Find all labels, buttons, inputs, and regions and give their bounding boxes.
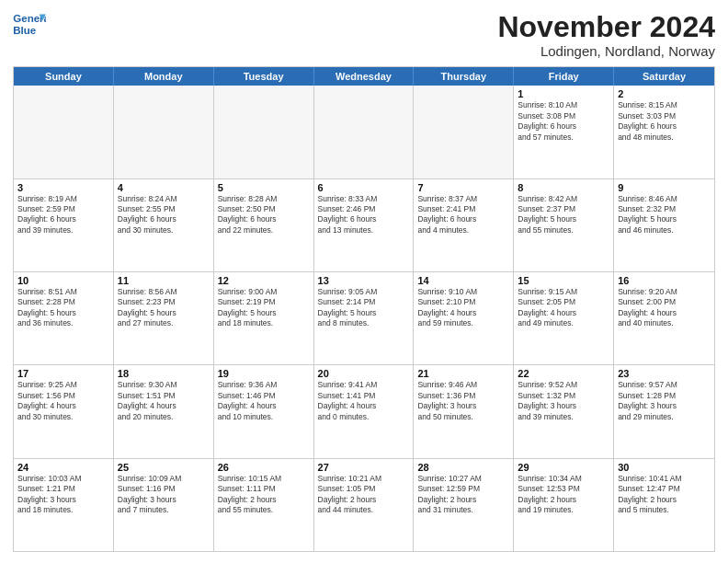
day-number: 18 xyxy=(118,368,210,379)
day-number: 1 xyxy=(518,88,609,99)
day-info: Sunrise: 8:51 AM Sunset: 2:28 PM Dayligh… xyxy=(17,287,109,329)
day-number: 28 xyxy=(417,462,509,473)
day-cell-2: 2Sunrise: 8:15 AM Sunset: 3:03 PM Daylig… xyxy=(614,86,714,178)
day-info: Sunrise: 10:09 AM Sunset: 1:16 PM Daylig… xyxy=(118,474,210,516)
day-number: 24 xyxy=(17,462,109,473)
header-day-tuesday: Tuesday xyxy=(214,67,314,86)
day-cell-17: 17Sunrise: 9:25 AM Sunset: 1:56 PM Dayli… xyxy=(14,365,114,457)
day-number: 23 xyxy=(618,368,711,379)
day-number: 22 xyxy=(518,368,609,379)
day-cell-12: 12Sunrise: 9:00 AM Sunset: 2:19 PM Dayli… xyxy=(214,272,314,364)
day-info: Sunrise: 10:34 AM Sunset: 12:53 PM Dayli… xyxy=(518,474,609,516)
day-cell-18: 18Sunrise: 9:30 AM Sunset: 1:51 PM Dayli… xyxy=(114,365,214,457)
day-info: Sunrise: 10:21 AM Sunset: 1:05 PM Daylig… xyxy=(318,474,410,516)
day-number: 10 xyxy=(17,275,109,286)
empty-cell-0-0 xyxy=(14,86,114,178)
day-cell-26: 26Sunrise: 10:15 AM Sunset: 1:11 PM Dayl… xyxy=(214,459,314,551)
day-info: Sunrise: 9:36 AM Sunset: 1:46 PM Dayligh… xyxy=(218,380,310,422)
day-number: 12 xyxy=(218,275,310,286)
day-info: Sunrise: 9:57 AM Sunset: 1:28 PM Dayligh… xyxy=(618,380,711,422)
day-cell-4: 4Sunrise: 8:24 AM Sunset: 2:55 PM Daylig… xyxy=(114,179,214,271)
empty-cell-0-3 xyxy=(314,86,415,178)
calendar-row-2: 10Sunrise: 8:51 AM Sunset: 2:28 PM Dayli… xyxy=(14,271,714,364)
day-number: 30 xyxy=(618,462,711,473)
day-number: 2 xyxy=(618,88,711,99)
day-cell-15: 15Sunrise: 9:15 AM Sunset: 2:05 PM Dayli… xyxy=(514,272,614,364)
day-number: 27 xyxy=(318,462,410,473)
day-cell-22: 22Sunrise: 9:52 AM Sunset: 1:32 PM Dayli… xyxy=(514,365,614,457)
day-number: 6 xyxy=(318,182,410,193)
day-number: 15 xyxy=(518,275,609,286)
header-day-thursday: Thursday xyxy=(414,67,514,86)
day-cell-1: 1Sunrise: 8:10 AM Sunset: 3:08 PM Daylig… xyxy=(514,86,614,178)
page: General Blue November 2024 Lodingen, Nor… xyxy=(0,0,728,563)
day-number: 16 xyxy=(618,275,711,286)
day-number: 14 xyxy=(417,275,509,286)
day-cell-5: 5Sunrise: 8:28 AM Sunset: 2:50 PM Daylig… xyxy=(214,179,314,271)
day-info: Sunrise: 8:42 AM Sunset: 2:37 PM Dayligh… xyxy=(518,194,609,236)
day-cell-20: 20Sunrise: 9:41 AM Sunset: 1:41 PM Dayli… xyxy=(314,365,415,457)
day-number: 17 xyxy=(17,368,109,379)
day-info: Sunrise: 10:15 AM Sunset: 1:11 PM Daylig… xyxy=(218,474,310,516)
calendar-header: SundayMondayTuesdayWednesdayThursdayFrid… xyxy=(14,67,714,86)
day-info: Sunrise: 10:27 AM Sunset: 12:59 PM Dayli… xyxy=(417,474,509,516)
day-info: Sunrise: 8:56 AM Sunset: 2:23 PM Dayligh… xyxy=(118,287,210,329)
day-info: Sunrise: 9:10 AM Sunset: 2:10 PM Dayligh… xyxy=(417,287,509,329)
day-cell-7: 7Sunrise: 8:37 AM Sunset: 2:41 PM Daylig… xyxy=(414,179,514,271)
day-info: Sunrise: 8:10 AM Sunset: 3:08 PM Dayligh… xyxy=(518,100,609,143)
title-block: November 2024 Lodingen, Nordland, Norway xyxy=(497,11,715,59)
day-cell-3: 3Sunrise: 8:19 AM Sunset: 2:59 PM Daylig… xyxy=(14,179,114,271)
empty-cell-0-4 xyxy=(414,86,514,178)
day-info: Sunrise: 8:33 AM Sunset: 2:46 PM Dayligh… xyxy=(318,194,410,236)
day-info: Sunrise: 8:37 AM Sunset: 2:41 PM Dayligh… xyxy=(417,194,509,236)
day-number: 4 xyxy=(118,182,210,193)
day-cell-10: 10Sunrise: 8:51 AM Sunset: 2:28 PM Dayli… xyxy=(14,272,114,364)
day-number: 21 xyxy=(417,368,509,379)
day-number: 19 xyxy=(218,368,310,379)
month-title: November 2024 xyxy=(497,11,715,43)
day-number: 29 xyxy=(518,462,609,473)
day-info: Sunrise: 9:52 AM Sunset: 1:32 PM Dayligh… xyxy=(518,380,609,422)
day-info: Sunrise: 9:15 AM Sunset: 2:05 PM Dayligh… xyxy=(518,287,609,329)
calendar-body: 1Sunrise: 8:10 AM Sunset: 3:08 PM Daylig… xyxy=(14,86,714,551)
calendar: SundayMondayTuesdayWednesdayThursdayFrid… xyxy=(13,66,715,552)
day-number: 5 xyxy=(218,182,310,193)
day-info: Sunrise: 10:41 AM Sunset: 12:47 PM Dayli… xyxy=(618,474,711,516)
day-cell-29: 29Sunrise: 10:34 AM Sunset: 12:53 PM Day… xyxy=(514,459,614,551)
day-number: 8 xyxy=(518,182,609,193)
day-info: Sunrise: 8:24 AM Sunset: 2:55 PM Dayligh… xyxy=(118,194,210,236)
header-day-friday: Friday xyxy=(514,67,614,86)
day-number: 20 xyxy=(318,368,410,379)
day-cell-23: 23Sunrise: 9:57 AM Sunset: 1:28 PM Dayli… xyxy=(614,365,714,457)
day-cell-28: 28Sunrise: 10:27 AM Sunset: 12:59 PM Day… xyxy=(414,459,514,551)
header: General Blue November 2024 Lodingen, Nor… xyxy=(13,11,715,59)
logo-icon: General Blue xyxy=(13,11,46,40)
day-info: Sunrise: 9:30 AM Sunset: 1:51 PM Dayligh… xyxy=(118,380,210,422)
day-cell-25: 25Sunrise: 10:09 AM Sunset: 1:16 PM Dayl… xyxy=(114,459,214,551)
header-day-wednesday: Wednesday xyxy=(314,67,415,86)
svg-text:Blue: Blue xyxy=(13,25,37,36)
day-number: 9 xyxy=(618,182,711,193)
empty-cell-0-2 xyxy=(214,86,314,178)
day-info: Sunrise: 9:25 AM Sunset: 1:56 PM Dayligh… xyxy=(17,380,109,422)
day-number: 7 xyxy=(417,182,509,193)
empty-cell-0-1 xyxy=(114,86,214,178)
day-info: Sunrise: 9:00 AM Sunset: 2:19 PM Dayligh… xyxy=(218,287,310,329)
day-cell-21: 21Sunrise: 9:46 AM Sunset: 1:36 PM Dayli… xyxy=(414,365,514,457)
day-cell-24: 24Sunrise: 10:03 AM Sunset: 1:21 PM Dayl… xyxy=(14,459,114,551)
day-number: 3 xyxy=(17,182,109,193)
day-info: Sunrise: 10:03 AM Sunset: 1:21 PM Daylig… xyxy=(17,474,109,516)
day-info: Sunrise: 9:05 AM Sunset: 2:14 PM Dayligh… xyxy=(318,287,410,329)
logo: General Blue xyxy=(13,11,46,40)
day-cell-9: 9Sunrise: 8:46 AM Sunset: 2:32 PM Daylig… xyxy=(614,179,714,271)
header-day-monday: Monday xyxy=(114,67,214,86)
day-number: 11 xyxy=(118,275,210,286)
day-cell-6: 6Sunrise: 8:33 AM Sunset: 2:46 PM Daylig… xyxy=(314,179,415,271)
day-number: 25 xyxy=(118,462,210,473)
calendar-row-4: 24Sunrise: 10:03 AM Sunset: 1:21 PM Dayl… xyxy=(14,458,714,551)
day-cell-13: 13Sunrise: 9:05 AM Sunset: 2:14 PM Dayli… xyxy=(314,272,415,364)
day-cell-8: 8Sunrise: 8:42 AM Sunset: 2:37 PM Daylig… xyxy=(514,179,614,271)
day-number: 13 xyxy=(318,275,410,286)
calendar-row-3: 17Sunrise: 9:25 AM Sunset: 1:56 PM Dayli… xyxy=(14,364,714,457)
day-cell-16: 16Sunrise: 9:20 AM Sunset: 2:00 PM Dayli… xyxy=(614,272,714,364)
